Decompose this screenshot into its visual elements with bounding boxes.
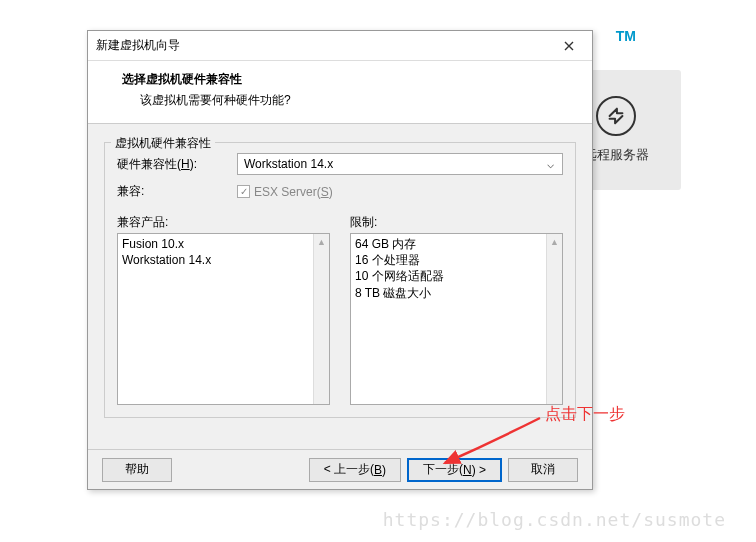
products-column: 兼容产品: Fusion 10.x Workstation 14.x ▲ <box>117 214 330 405</box>
hw-compat-value: Workstation 14.x <box>244 157 333 171</box>
annotation-text: 点击下一步 <box>545 404 625 425</box>
watermark: https://blog.csdn.net/susmote <box>383 509 726 530</box>
limits-column: 限制: 64 GB 内存 16 个处理器 10 个网络适配器 8 TB 磁盘大小… <box>350 214 563 405</box>
remote-server-icon <box>596 96 636 136</box>
wizard-dialog: 新建虚拟机向导 选择虚拟机硬件兼容性 该虚拟机需要何种硬件功能? 虚拟机硬件兼容… <box>87 30 593 490</box>
list-item: 10 个网络适配器 <box>355 268 558 284</box>
cancel-button[interactable]: 取消 <box>508 458 578 482</box>
list-item: 64 GB 内存 <box>355 236 558 252</box>
limits-listbox[interactable]: 64 GB 内存 16 个处理器 10 个网络适配器 8 TB 磁盘大小 ▲ <box>350 233 563 405</box>
remote-server-label: 远程服务器 <box>584 146 649 164</box>
esx-checkbox: ✓ <box>237 185 250 198</box>
chevron-down-icon: ⌵ <box>542 157 558 171</box>
wizard-content: 虚拟机硬件兼容性 硬件兼容性(H): Workstation 14.x ⌵ 兼容… <box>88 124 592 464</box>
list-item: 8 TB 磁盘大小 <box>355 285 558 301</box>
hw-compat-row: 硬件兼容性(H): Workstation 14.x ⌵ <box>117 153 563 175</box>
button-bar: 帮助 < 上一步(B) 下一步(N) > 取消 <box>88 449 592 489</box>
scroll-up-icon: ▲ <box>314 234 329 250</box>
esx-checkbox-label: ESX Server(S) <box>254 185 333 199</box>
wizard-header: 选择虚拟机硬件兼容性 该虚拟机需要何种硬件功能? <box>88 61 592 124</box>
esx-checkbox-row: ✓ ESX Server(S) <box>237 185 333 199</box>
scrollbar[interactable]: ▲ <box>313 234 329 404</box>
hw-compat-dropdown[interactable]: Workstation 14.x ⌵ <box>237 153 563 175</box>
lists-row: 兼容产品: Fusion 10.x Workstation 14.x ▲ 限制:… <box>117 214 563 405</box>
tm-mark: TM <box>616 28 636 44</box>
products-listbox[interactable]: Fusion 10.x Workstation 14.x ▲ <box>117 233 330 405</box>
titlebar: 新建虚拟机向导 <box>88 31 592 61</box>
wizard-header-title: 选择虚拟机硬件兼容性 <box>122 71 572 88</box>
scroll-up-icon: ▲ <box>547 234 562 250</box>
close-icon <box>564 41 574 51</box>
products-label: 兼容产品: <box>117 214 330 231</box>
back-button[interactable]: < 上一步(B) <box>309 458 401 482</box>
list-item: 16 个处理器 <box>355 252 558 268</box>
groupbox-label: 虚拟机硬件兼容性 <box>111 135 215 152</box>
compat-row: 兼容: ✓ ESX Server(S) <box>117 183 563 200</box>
hw-compat-label: 硬件兼容性(H): <box>117 156 237 173</box>
scrollbar[interactable]: ▲ <box>546 234 562 404</box>
compat-label: 兼容: <box>117 183 237 200</box>
next-button[interactable]: 下一步(N) > <box>407 458 502 482</box>
compat-groupbox: 虚拟机硬件兼容性 硬件兼容性(H): Workstation 14.x ⌵ 兼容… <box>104 142 576 418</box>
close-button[interactable] <box>554 34 584 58</box>
list-item: Fusion 10.x <box>122 236 325 252</box>
list-item: Workstation 14.x <box>122 252 325 268</box>
help-button[interactable]: 帮助 <box>102 458 172 482</box>
dialog-title: 新建虚拟机向导 <box>96 37 554 54</box>
limits-label: 限制: <box>350 214 563 231</box>
wizard-header-subtitle: 该虚拟机需要何种硬件功能? <box>122 92 572 109</box>
